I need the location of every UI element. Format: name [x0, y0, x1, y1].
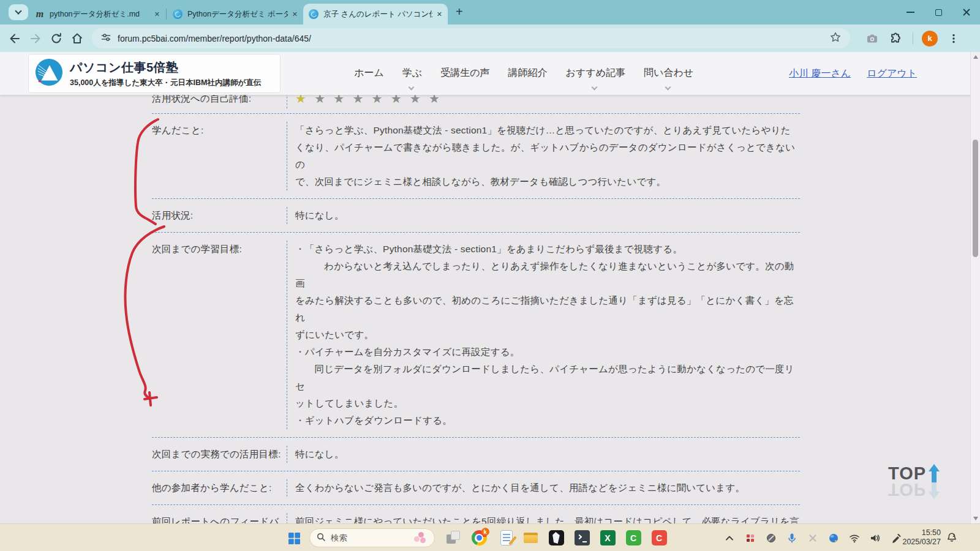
seasonal-flower-icon — [412, 531, 428, 545]
report-row-value: 「さらっと学ぶ、Python基礎文法 - section1」を視聴だけ…と思って… — [287, 122, 800, 190]
new-tab-button[interactable]: + — [456, 5, 463, 19]
nav-item-label: 講師紹介 — [508, 67, 548, 78]
search-placeholder: 検索 — [331, 533, 412, 544]
site-header: パソコン仕事5倍塾 35,000人を指導した東大卒・元日本IBM社内講師が直伝 … — [0, 52, 980, 95]
report-row-label: 他の参加者から学んだこと: — [152, 479, 287, 497]
apps-grid-icon[interactable] — [744, 530, 757, 546]
tab-search-button[interactable] — [9, 4, 28, 20]
nav-item-おすすめ記事[interactable]: おすすめ記事 — [566, 67, 626, 81]
app-letter: C — [626, 530, 641, 545]
maximize-button[interactable] — [933, 7, 943, 17]
start-button[interactable] — [285, 530, 303, 547]
tab-close-icon[interactable]: ✕ — [154, 10, 160, 18]
scrollbar-thumb[interactable] — [973, 140, 978, 257]
tab-close-icon[interactable]: ✕ — [292, 10, 298, 18]
user-profile-link[interactable]: 小川 慶一さん — [789, 67, 851, 80]
report-row-label: 次回までの学習目標: — [152, 241, 287, 429]
report-row-label: 学んだこと: — [152, 122, 287, 190]
maximize-icon — [935, 9, 942, 16]
site-logo-icon — [35, 58, 63, 89]
notification-bell-icon[interactable]: z — [946, 531, 958, 546]
browser-tab[interactable]: Pythonデータ分析ゼミ ポータルトッ✕ — [167, 4, 303, 24]
tab-title: Pythonデータ分析ゼミ ポータルトッ — [187, 9, 288, 20]
scroll-to-top-button[interactable]: TOP TOP — [888, 463, 940, 500]
wifi-icon[interactable] — [848, 530, 861, 546]
windows-taskbar: 検索 kXCC 15:50 2025/03/27 z — [0, 523, 980, 551]
logout-link[interactable]: ログアウト — [867, 67, 917, 80]
blocked-icon[interactable] — [764, 530, 778, 546]
bookmark-star-icon[interactable] — [829, 31, 842, 46]
close-icon — [962, 8, 971, 17]
url-bar[interactable]: forum.pc5bai.com/member/report/python-da… — [92, 28, 850, 48]
clock-date: 2025/03/27 — [895, 538, 941, 547]
taskbar-explorer-icon[interactable] — [521, 527, 540, 549]
site-logo-card[interactable]: パソコン仕事5倍塾 35,000人を指導した東大卒・元日本IBM社内講師が直伝 — [28, 54, 281, 93]
nav-item-label: 受講生の声 — [440, 67, 489, 78]
reload-icon[interactable] — [49, 31, 64, 46]
chevron-down-icon — [592, 84, 598, 90]
browser-menu-kebab-icon[interactable] — [946, 31, 961, 46]
browser-tab[interactable]: mpythonデータ分析ゼミ.md✕ — [29, 4, 165, 24]
close-x-icon[interactable] — [806, 530, 820, 546]
close-button[interactable] — [962, 7, 971, 17]
site-tagline: 35,000人を指導した東大卒・元日本IBM社内講師が直伝 — [70, 78, 261, 88]
browser-tab[interactable]: 京子 さんのレポート パソコン仕事 5✕ — [303, 4, 448, 24]
page-viewport: パソコン仕事5倍塾 35,000人を指導した東大卒・元日本IBM社内講師が直伝 … — [0, 52, 980, 523]
report-row-value: ・「さらっと学ぶ、Python基礎文法 - section1」をあまりこだわらず… — [287, 241, 800, 429]
taskbar-task-view-icon[interactable] — [443, 527, 463, 549]
tab-strip: mpythonデータ分析ゼミ.md✕Pythonデータ分析ゼミ ポータルトッ✕京… — [0, 0, 980, 24]
taskbar-chrome-icon[interactable]: k — [469, 527, 489, 549]
report-row: 他の参加者から学んだこと:全くわからないご発言も多いのですが、とにかく目を通して… — [152, 471, 800, 505]
nav-item-label: おすすめ記事 — [566, 67, 626, 78]
forward-icon[interactable] — [28, 31, 43, 46]
nav-item-問い合わせ[interactable]: 問い合わせ — [644, 67, 693, 81]
nav-item-label: ホーム — [354, 67, 384, 78]
screenshot-camera-icon[interactable] — [865, 31, 880, 46]
taskbar-terminal-icon[interactable] — [572, 527, 592, 549]
profile-badge: k — [481, 528, 489, 536]
search-icon — [316, 532, 326, 544]
tab-title: pythonデータ分析ゼミ.md — [50, 9, 150, 20]
chevron-up-icon[interactable] — [723, 530, 736, 546]
volume-icon[interactable] — [869, 530, 882, 546]
report-row: 次回までの学習目標:・「さらっと学ぶ、Python基礎文法 - section1… — [152, 233, 800, 438]
markdown-file-icon: m — [35, 9, 45, 19]
browser-toolbar: forum.pc5bai.com/member/report/python-da… — [0, 24, 980, 52]
profile-avatar[interactable]: k — [922, 31, 938, 47]
report-row: 前回レポートへのフィードバックについて:前回ジェミニ様にやっていただいたことを5… — [152, 505, 800, 523]
taskbar-capcut-green-icon[interactable]: C — [624, 527, 643, 549]
scrollbar-up-arrow[interactable] — [973, 55, 978, 59]
site-title: パソコン仕事5倍塾 — [70, 59, 261, 76]
taskbar-clipstudio-red-icon[interactable]: C — [649, 527, 669, 549]
scrollbar-down-arrow[interactable] — [973, 517, 978, 520]
minimize-button[interactable] — [905, 7, 915, 17]
system-tray — [723, 524, 903, 551]
taskbar-excel-icon[interactable]: X — [598, 527, 617, 549]
back-icon[interactable] — [7, 31, 22, 46]
nav-item-学ぶ[interactable]: 学ぶ — [402, 67, 422, 81]
tab-close-icon[interactable]: ✕ — [437, 10, 442, 18]
nav-item-講師紹介[interactable]: 講師紹介 — [508, 67, 548, 81]
taskbar-obsidian-icon[interactable] — [546, 527, 566, 549]
taskbar-search[interactable]: 検索 — [309, 528, 435, 547]
clock-time: 15:50 — [895, 528, 941, 538]
report-row-label: 前回レポートへのフィードバックについて: — [152, 513, 287, 523]
taskbar-notepad-icon[interactable] — [495, 527, 514, 549]
chevron-down-icon — [15, 7, 21, 14]
page-scrollbar[interactable] — [970, 52, 980, 523]
nav-item-label: 問い合わせ — [644, 67, 693, 78]
nav-item-ホーム[interactable]: ホーム — [354, 67, 384, 81]
microphone-icon[interactable] — [785, 530, 799, 546]
nav-item-受講生の声[interactable]: 受講生の声 — [440, 67, 489, 81]
extensions-puzzle-icon[interactable] — [888, 31, 903, 46]
tab-separator — [166, 9, 167, 20]
window-controls — [905, 0, 971, 24]
top-button-reflection: TOP — [888, 479, 940, 500]
report-row-value: 特になし。 — [287, 446, 800, 463]
svg-text:z: z — [953, 533, 956, 538]
home-icon[interactable] — [70, 31, 85, 46]
sphere-icon[interactable] — [827, 530, 840, 546]
site-info-icon[interactable] — [100, 32, 111, 45]
report-row: 学んだこと:「さらっと学ぶ、Python基礎文法 - section1」を視聴だ… — [152, 114, 800, 199]
taskbar-clock[interactable]: 15:50 2025/03/27 — [895, 528, 941, 547]
